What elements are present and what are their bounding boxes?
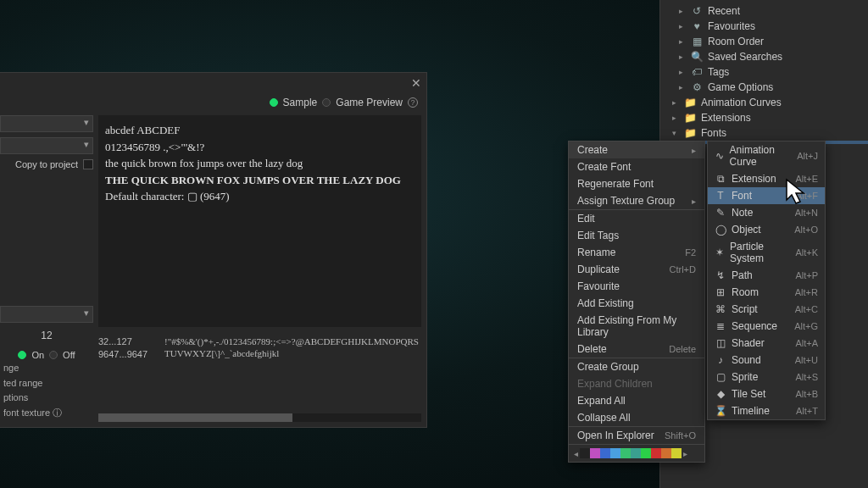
sprite-icon: ▢: [715, 371, 726, 383]
game-preview-label[interactable]: Game Preview: [336, 97, 403, 108]
sample-radio[interactable]: [270, 98, 278, 107]
context-menu-item[interactable]: Add Existing: [569, 295, 704, 312]
create-submenu-item[interactable]: ∿Animation CurveAlt+J: [708, 141, 825, 170]
copy-to-project-label: Copy to project: [15, 159, 78, 169]
aa-on-radio[interactable]: [18, 351, 26, 359]
char-range[interactable]: 32...127: [98, 336, 158, 348]
preview-line: THE QUICK BROWN FOX JUMPS OVER THE LAZY …: [105, 172, 415, 189]
extension-icon: ⧉: [715, 173, 726, 185]
color-prev[interactable]: ◂: [572, 449, 580, 458]
font-icon: T: [715, 190, 726, 202]
font-family-dropdown[interactable]: [0, 115, 93, 132]
font-size-controls: 12 On Off: [0, 306, 93, 360]
context-menu-item[interactable]: Add Existing From My Library: [569, 312, 704, 341]
copy-to-project-checkbox[interactable]: [83, 159, 93, 169]
tree-folder[interactable]: ▾📁Fonts: [660, 125, 868, 141]
preview-line: Default character: ▢ (9647): [105, 188, 415, 205]
context-menu-item[interactable]: Regenerate Font: [569, 175, 704, 192]
context-menu-item[interactable]: DuplicateCtrl+D: [569, 261, 704, 278]
context-menu-item[interactable]: DeleteDelete: [569, 341, 704, 358]
create-submenu-item[interactable]: ⧉ExtensionAlt+E: [708, 170, 825, 187]
char-range[interactable]: 9647...9647: [98, 348, 158, 361]
context-menu-item[interactable]: Expand All: [569, 392, 704, 409]
color-swatch[interactable]: [631, 448, 641, 458]
create-submenu-item[interactable]: ⌘ScriptAlt+C: [708, 301, 825, 318]
tree-quick-item[interactable]: ▸⚙Game Options: [660, 80, 868, 95]
create-submenu-item[interactable]: ⊞RoomAlt+R: [708, 284, 825, 301]
context-menu-item: Expand Children: [569, 375, 704, 392]
help-icon[interactable]: ?: [408, 97, 418, 108]
create-submenu-item[interactable]: ◆Tile SetAlt+B: [708, 385, 825, 402]
preview-mode-tabs: Sample Game Preview ?: [270, 97, 418, 108]
close-icon[interactable]: ✕: [411, 76, 421, 90]
range-option[interactable]: ptions: [3, 391, 92, 406]
color-swatch[interactable]: [671, 448, 682, 458]
context-menu-item[interactable]: Edit: [569, 209, 704, 227]
font-style-dropdown[interactable]: [0, 137, 93, 154]
color-swatch[interactable]: [651, 448, 661, 458]
create-submenu-item[interactable]: ✎NoteAlt+N: [708, 204, 825, 221]
tree-folder[interactable]: ▸📁Animation Curves: [660, 95, 868, 110]
create-submenu-item[interactable]: ◫ShaderAlt+A: [708, 335, 825, 352]
color-swatch[interactable]: [600, 448, 610, 458]
create-submenu-item[interactable]: ▢SpriteAlt+S: [708, 369, 825, 385]
sound-icon: ♪: [715, 354, 726, 366]
note-icon: ✎: [715, 207, 726, 219]
create-submenu-item[interactable]: ≣SequenceAlt+G: [708, 318, 825, 335]
context-menu-item[interactable]: Favourite: [569, 278, 704, 295]
range-option[interactable]: ted range: [3, 376, 92, 391]
context-menu-create[interactable]: Create▸: [569, 141, 704, 158]
font-size-value[interactable]: 12: [0, 330, 93, 341]
color-swatch[interactable]: [580, 448, 590, 458]
create-submenu: ∿Animation CurveAlt+J⧉ExtensionAlt+ETFon…: [707, 141, 826, 420]
context-menu-item[interactable]: Collapse All: [569, 409, 704, 426]
timeline-icon: ⌛: [715, 405, 726, 417]
particle system-icon: ✶: [715, 247, 725, 258]
object-icon: ◯: [715, 224, 726, 236]
preview-scrollbar[interactable]: [98, 413, 421, 422]
context-menu-item[interactable]: Edit Tags: [569, 227, 704, 244]
color-tag-row: ◂▸: [569, 444, 704, 462]
range-option[interactable]: nge: [3, 361, 92, 376]
aa-off-radio[interactable]: [49, 351, 58, 359]
create-submenu-item[interactable]: TFontAlt+F: [708, 187, 825, 204]
create-submenu-item[interactable]: ◯ObjectAlt+O: [708, 221, 825, 238]
create-submenu-item[interactable]: ✶Particle SystemAlt+K: [708, 238, 825, 267]
color-swatch[interactable]: [590, 448, 600, 458]
shader-icon: ◫: [715, 337, 726, 349]
context-menu-item[interactable]: RenameF2: [569, 244, 704, 261]
color-swatch[interactable]: [641, 448, 651, 458]
tree-quick-item[interactable]: ▸▦Room Order: [660, 34, 868, 49]
context-menu-item[interactable]: Assign Texture Group▸: [569, 192, 704, 209]
on-label[interactable]: On: [31, 350, 44, 360]
tree-quick-item[interactable]: ▸🔍Saved Searches: [660, 49, 868, 64]
tree-quick-item[interactable]: ▸♥Favourites: [660, 19, 868, 34]
font-preview-area: abcdef ABCDEF 0123456789 .,<>"'&!? the q…: [98, 115, 421, 327]
color-swatch[interactable]: [610, 448, 620, 458]
tile set-icon: ◆: [715, 388, 726, 400]
path-icon: ↯: [715, 269, 726, 281]
sample-label[interactable]: Sample: [283, 97, 318, 108]
scrollbar-thumb[interactable]: [98, 413, 292, 422]
color-next[interactable]: ▸: [682, 449, 689, 458]
range-option[interactable]: font texture ⓘ: [3, 406, 92, 421]
create-submenu-item[interactable]: ⌛TimelineAlt+T: [708, 402, 825, 419]
context-menu-item[interactable]: Create Font: [569, 158, 704, 175]
glyph-list: !"#$%&'()*+,-./0123456789:;<=>?@ABCDEFGH…: [164, 336, 421, 362]
create-submenu-item[interactable]: ↯PathAlt+P: [708, 267, 825, 284]
context-menu-item[interactable]: Create Group: [569, 358, 704, 375]
font-editor-panel: ✕ Sample Game Preview ? Copy to project …: [0, 72, 427, 428]
color-swatch[interactable]: [620, 448, 631, 458]
create-submenu-item[interactable]: ♪SoundAlt+U: [708, 352, 825, 369]
animation curve-icon: ∿: [715, 150, 725, 162]
color-swatch[interactable]: [661, 448, 671, 458]
preview-line: the quick brown fox jumps over the lazy …: [105, 155, 415, 172]
off-label[interactable]: Off: [63, 350, 75, 360]
game-preview-radio[interactable]: [322, 98, 331, 107]
context-menu-item[interactable]: Open In ExplorerShift+O: [569, 426, 704, 444]
script-icon: ⌘: [715, 303, 726, 315]
tree-quick-item[interactable]: ▸↺Recent: [660, 3, 868, 19]
tree-quick-item[interactable]: ▸🏷Tags: [660, 64, 868, 80]
preset-dropdown[interactable]: [0, 306, 93, 323]
tree-folder[interactable]: ▸📁Extensions: [660, 110, 868, 125]
